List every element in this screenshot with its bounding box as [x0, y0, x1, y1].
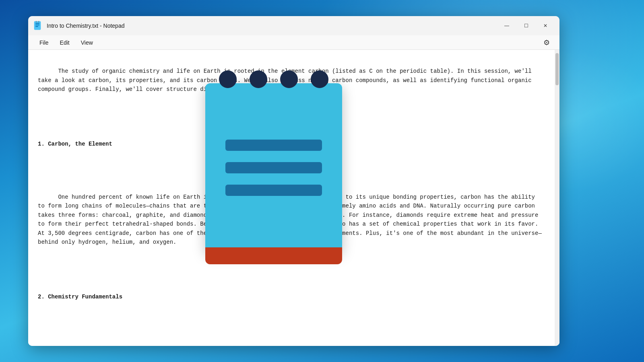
menu-edit[interactable]: Edit	[55, 38, 74, 47]
scrollbar[interactable]	[555, 50, 559, 346]
notebook-line-3	[225, 185, 322, 196]
menu-bar: File Edit View ⚙	[28, 35, 559, 50]
svg-rect-3	[35, 26, 38, 27]
menu-view[interactable]: View	[76, 38, 98, 47]
spiral-hole-3	[280, 70, 298, 88]
spiral-hole-2	[250, 70, 267, 88]
window-controls: — ☐ ✕	[497, 19, 555, 32]
window-title: Intro to Chemistry.txt - Notepad	[47, 23, 124, 29]
minimize-button[interactable]: —	[497, 19, 516, 32]
svg-rect-1	[35, 23, 39, 24]
svg-rect-5	[38, 21, 39, 23]
svg-rect-2	[35, 25, 39, 25]
title-left: Intro to Chemistry.txt - Notepad	[33, 21, 124, 31]
spiral-holes-row	[219, 70, 328, 88]
notepad-app-icon	[33, 21, 43, 31]
spiral-hole-1	[219, 70, 237, 88]
maximize-button[interactable]: ☐	[517, 19, 535, 32]
notebook-line-2	[225, 162, 322, 173]
menu-file[interactable]: File	[35, 38, 54, 47]
scrollbar-thumb[interactable]	[555, 53, 559, 85]
svg-rect-4	[36, 21, 37, 23]
close-button[interactable]: ✕	[536, 19, 555, 32]
notebook-line-1	[225, 140, 322, 151]
heading-2: 2. Chemistry Fundamentals	[38, 292, 545, 301]
menu-items: File Edit View	[35, 38, 98, 47]
settings-icon[interactable]: ⚙	[540, 37, 553, 49]
spiral-hole-4	[311, 70, 328, 88]
title-bar: Intro to Chemistry.txt - Notepad — ☐ ✕	[28, 16, 559, 35]
floating-notepad-icon	[197, 62, 350, 267]
notebook-body	[205, 83, 342, 252]
notebook-binding-bottom	[205, 247, 342, 264]
svg-rect-0	[34, 21, 41, 30]
